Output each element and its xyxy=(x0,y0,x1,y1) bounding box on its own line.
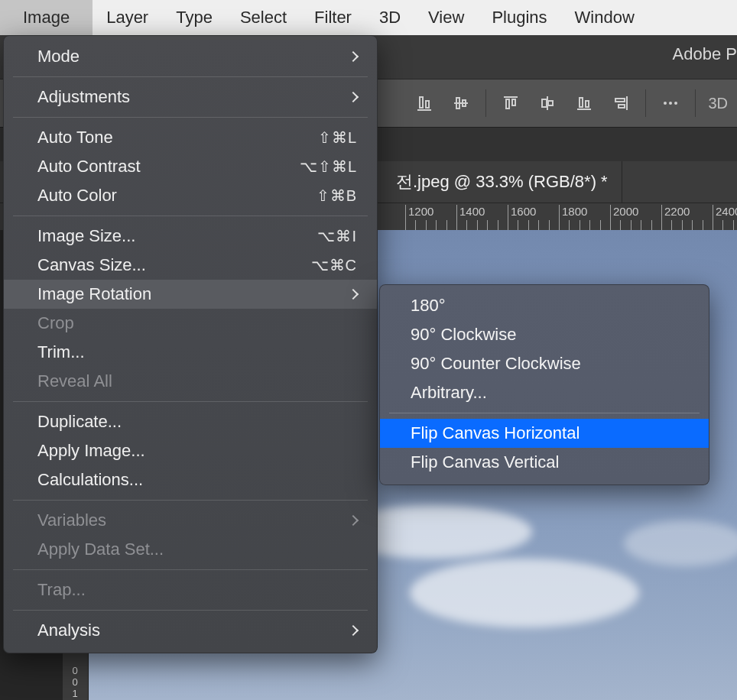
menubar-item-plugins[interactable]: Plugins xyxy=(478,0,560,35)
distribute-top-icon[interactable] xyxy=(494,86,528,120)
menu-item-image-size[interactable]: Image Size...⌥⌘I xyxy=(4,222,377,251)
menu-item-crop: Crop xyxy=(4,309,377,338)
ruler-tick-label: 1400 xyxy=(459,205,485,218)
menu-item-shortcut: ⌥⌘C xyxy=(311,256,357,274)
menu-item-duplicate[interactable]: Duplicate... xyxy=(4,407,377,436)
menu-item-canvas-size[interactable]: Canvas Size...⌥⌘C xyxy=(4,251,377,280)
distribute-hcenter-icon[interactable] xyxy=(531,86,564,120)
menu-item-label: Reveal All xyxy=(37,371,357,391)
ruler-v-label: 1 xyxy=(67,689,83,698)
distribute-bottom-icon[interactable] xyxy=(567,86,601,120)
menu-item-calculations[interactable]: Calculations... xyxy=(4,465,377,494)
menubar-item-select[interactable]: Select xyxy=(226,0,300,35)
menu-item-label: Trap... xyxy=(37,580,357,600)
menubar-item-layer[interactable]: Layer xyxy=(93,0,162,35)
menubar-item-type[interactable]: Type xyxy=(162,0,226,35)
svg-point-0 xyxy=(664,102,667,105)
ruler-tick-label: 2200 xyxy=(664,205,690,218)
ruler-tick-label: 1600 xyxy=(511,205,536,218)
menu-item-shortcut: ⇧⌘B xyxy=(317,186,357,205)
chevron-right-icon xyxy=(348,92,359,102)
submenu-item-180[interactable]: 180° xyxy=(380,291,709,320)
menu-item-label: Trim... xyxy=(37,342,357,362)
submenu-item-label: Flip Canvas Horizontal xyxy=(411,423,580,443)
submenu-item-flip-canvas-vertical[interactable]: Flip Canvas Vertical xyxy=(380,448,709,477)
menu-item-mode[interactable]: Mode xyxy=(4,42,377,71)
menu-item-reveal-all: Reveal All xyxy=(4,367,377,396)
align-bottom-icon[interactable] xyxy=(407,86,441,120)
menu-separator xyxy=(13,117,368,118)
submenu-item-label: 90° Clockwise xyxy=(411,325,516,345)
submenu-item-label: Arbitrary... xyxy=(411,383,487,403)
menu-separator xyxy=(13,401,368,402)
distribute-right-icon[interactable] xyxy=(604,86,638,120)
image-menu-dropdown: ModeAdjustmentsAuto Tone⇧⌘LAuto Contrast… xyxy=(3,35,378,653)
ruler-tick-label: 2000 xyxy=(613,205,638,218)
menu-item-label: Mode xyxy=(37,47,349,66)
image-rotation-submenu: 180°90° Clockwise90° Counter ClockwiseAr… xyxy=(379,284,709,485)
menu-item-auto-tone[interactable]: Auto Tone⇧⌘L xyxy=(4,123,377,152)
menu-item-label: Canvas Size... xyxy=(37,255,311,275)
ruler-v-label: 0 xyxy=(67,666,83,676)
menu-item-shortcut: ⇧⌘L xyxy=(318,128,357,147)
align-vcenter-icon[interactable] xyxy=(444,86,478,120)
menu-item-label: Auto Color xyxy=(37,186,317,206)
more-options-icon[interactable] xyxy=(654,86,687,120)
menu-item-shortcut: ⌥⇧⌘L xyxy=(300,157,357,176)
chevron-right-icon xyxy=(348,515,359,526)
menu-item-label: Apply Image... xyxy=(37,441,357,461)
menubar-item-window[interactable]: Window xyxy=(561,0,648,35)
ruler-tick-label: 2400 xyxy=(716,205,737,218)
submenu-item-flip-canvas-horizontal[interactable]: Flip Canvas Horizontal xyxy=(380,419,709,448)
3d-mode-label[interactable]: 3D xyxy=(703,95,732,112)
menubar-item-3d[interactable]: 3D xyxy=(365,0,414,35)
menu-item-apply-image[interactable]: Apply Image... xyxy=(4,436,377,465)
chevron-right-icon xyxy=(348,625,359,636)
submenu-item-label: 180° xyxy=(411,296,446,316)
menu-item-trim[interactable]: Trim... xyxy=(4,338,377,367)
menu-item-adjustments[interactable]: Adjustments xyxy=(4,83,377,112)
menu-separator xyxy=(13,569,368,570)
menu-separator xyxy=(13,500,368,501)
document-tab-title: 전.jpeg @ 33.3% (RGB/8*) * xyxy=(396,170,608,193)
menu-item-shortcut: ⌥⌘I xyxy=(317,227,357,245)
menu-item-label: Analysis xyxy=(37,621,349,640)
menu-item-label: Adjustments xyxy=(37,87,349,107)
menu-item-auto-color[interactable]: Auto Color⇧⌘B xyxy=(4,181,377,210)
menu-item-trap: Trap... xyxy=(4,575,377,604)
menu-item-image-rotation[interactable]: Image Rotation xyxy=(4,280,377,309)
toolbar-separator xyxy=(695,89,696,117)
app-title: Adobe P xyxy=(673,35,737,73)
chevron-right-icon xyxy=(348,289,359,300)
menu-item-label: Duplicate... xyxy=(37,412,357,432)
menu-item-label: Variables xyxy=(37,510,349,530)
submenu-item-label: Flip Canvas Vertical xyxy=(411,452,559,472)
chevron-right-icon xyxy=(348,51,359,62)
app-title-text: Adobe P xyxy=(673,44,737,64)
menu-item-auto-contrast[interactable]: Auto Contrast⌥⇧⌘L xyxy=(4,152,377,181)
menu-item-label: Image Rotation xyxy=(37,284,349,304)
ruler-v-label: 0 xyxy=(67,677,83,687)
submenu-item-90-counter-clockwise[interactable]: 90° Counter Clockwise xyxy=(380,349,709,378)
mac-menubar: ImageLayerTypeSelectFilter3DViewPluginsW… xyxy=(0,0,737,35)
menu-item-label: Auto Tone xyxy=(37,128,318,147)
document-tab[interactable]: 전.jpeg @ 33.3% (RGB/8*) * xyxy=(382,161,622,203)
menu-item-variables: Variables xyxy=(4,506,377,535)
svg-point-1 xyxy=(669,102,672,105)
menu-item-label: Auto Contrast xyxy=(37,157,300,177)
submenu-item-90-clockwise[interactable]: 90° Clockwise xyxy=(380,320,709,349)
ruler-tick-label: 1200 xyxy=(408,205,433,218)
menu-item-apply-data-set: Apply Data Set... xyxy=(4,535,377,564)
menu-item-label: Image Size... xyxy=(37,226,317,246)
menu-item-label: Crop xyxy=(37,313,357,333)
menubar-item-view[interactable]: View xyxy=(414,0,478,35)
menu-separator xyxy=(13,216,368,216)
menubar-item-image[interactable]: Image xyxy=(0,0,93,35)
menu-item-label: Calculations... xyxy=(37,470,357,490)
menu-separator xyxy=(389,413,700,413)
submenu-item-arbitrary[interactable]: Arbitrary... xyxy=(380,378,709,407)
menu-item-analysis[interactable]: Analysis xyxy=(4,616,377,645)
svg-point-2 xyxy=(674,102,677,105)
menubar-item-filter[interactable]: Filter xyxy=(300,0,365,35)
submenu-item-label: 90° Counter Clockwise xyxy=(411,354,581,374)
